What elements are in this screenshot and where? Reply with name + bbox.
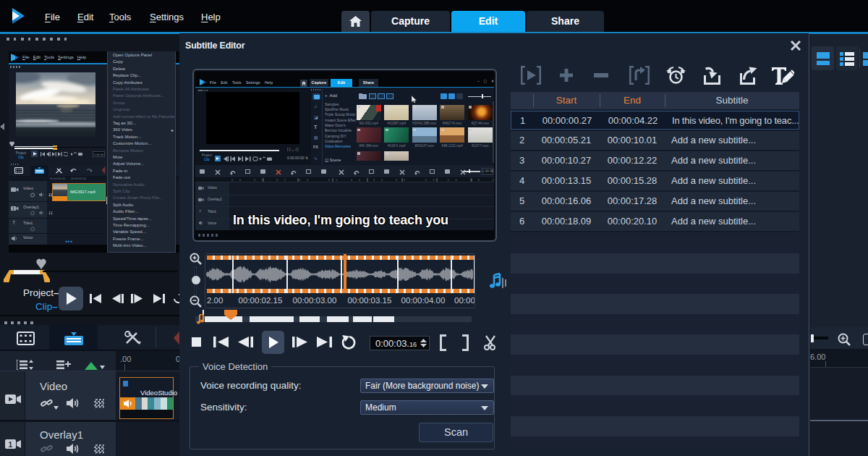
svg-text:1: 1 xyxy=(9,441,13,449)
svg-text:1: 1 xyxy=(12,206,14,211)
